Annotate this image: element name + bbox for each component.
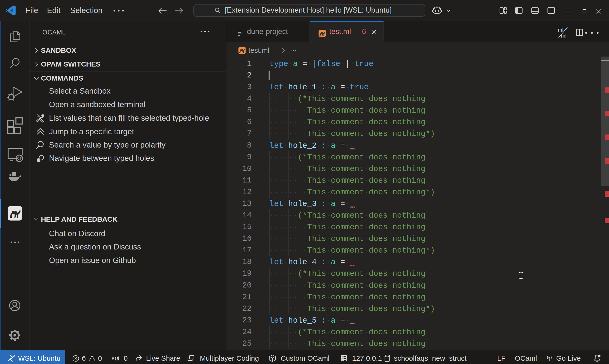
svg-text:ml: ml — [558, 27, 563, 33]
